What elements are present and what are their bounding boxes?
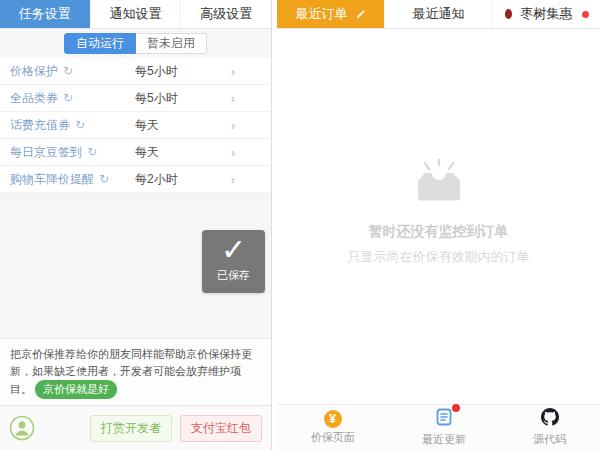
nav-price-protect-page[interactable]: ¥ 价保页面: [311, 410, 355, 445]
task-row-daily-signin[interactable]: 每日京豆签到 ↻ 每天 ›: [0, 139, 271, 166]
task-label: 购物车降价提醒: [10, 171, 94, 188]
task-row-cart-price-alert[interactable]: 购物车降价提醒 ↻ 每2小时 ›: [0, 166, 271, 193]
nav-source-code[interactable]: 源代码: [533, 408, 566, 447]
task-list: 价格保护 ↻ 每5小时 › 全品类券 ↻ 每5小时 › 话费充值券 ↻ 每: [0, 58, 271, 193]
empty-orders-state: 暂时还没有监控到订单 只显示尚在价保有效期内的订单: [277, 29, 600, 404]
orders-panel: 最近订单 最近通知 枣树集惠: [277, 0, 600, 450]
task-row-phone-coupon[interactable]: 话费充值券 ↻ 每天 ›: [0, 112, 271, 139]
chevron-right-icon: ›: [231, 145, 235, 160]
refresh-icon[interactable]: ↻: [63, 91, 73, 105]
nav-label: 最近更新: [422, 432, 466, 447]
refresh-icon[interactable]: ↻: [87, 145, 97, 159]
notification-dot: [582, 11, 589, 18]
orders-footer-nav: ¥ 价保页面 最近更新: [277, 404, 600, 450]
nav-label: 价保页面: [311, 430, 355, 445]
chevron-right-icon: ›: [231, 172, 235, 187]
user-avatar-icon[interactable]: [9, 415, 35, 441]
update-badge-dot: [452, 404, 460, 412]
tab-zaoshu-jihui-label: 枣树集惠: [521, 5, 573, 23]
settings-tabbar: 任务设置 通知设置 高级设置: [0, 0, 271, 29]
refresh-icon[interactable]: ↻: [75, 118, 85, 132]
tab-recent-notifications[interactable]: 最近通知: [384, 0, 492, 28]
chevron-right-icon: ›: [231, 64, 235, 79]
orders-tabbar: 最近订单 最近通知 枣树集惠: [277, 0, 600, 29]
auto-run-toggle-on[interactable]: 自动运行: [64, 33, 136, 54]
chevron-right-icon: ›: [231, 118, 235, 133]
alipay-red-packet-button[interactable]: 支付宝红包: [180, 415, 262, 442]
yuan-coin-icon: ¥: [324, 410, 342, 428]
tab-recent-orders-label: 最近订单: [296, 5, 348, 23]
tab-task-settings[interactable]: 任务设置: [0, 0, 90, 28]
tab-recent-orders[interactable]: 最近订单: [277, 0, 384, 28]
changelog-icon: [435, 408, 453, 430]
run-mode-toggle-row: 自动运行 暂未启用: [0, 29, 271, 58]
task-label: 全品类券: [10, 90, 58, 107]
run-mode-toggle: 自动运行 暂未启用: [64, 33, 207, 54]
nav-label: 源代码: [533, 432, 566, 447]
empty-state-subtitle: 只显示尚在价保有效期内的订单: [348, 248, 530, 266]
task-label: 每日京豆签到: [10, 144, 82, 161]
promo-badge-link[interactable]: 京价保就是好: [35, 380, 117, 399]
edit-pencil-icon: [356, 9, 366, 19]
task-frequency: 每天: [135, 144, 231, 161]
app-window: 任务设置 通知设置 高级设置 自动运行 暂未启用 价格保护 ↻ 每5小时 › 全…: [0, 0, 600, 450]
donate-developer-button[interactable]: 打赏开发者: [90, 415, 172, 442]
task-frequency: 每天: [135, 117, 231, 134]
nav-recent-updates[interactable]: 最近更新: [422, 408, 466, 447]
check-icon: ✓: [202, 230, 265, 270]
settings-panel: 任务设置 通知设置 高级设置 自动运行 暂未启用 价格保护 ↻ 每5小时 › 全…: [0, 0, 272, 450]
saved-toast: ✓ 已保存: [202, 230, 265, 293]
task-frequency: 每5小时: [135, 63, 231, 80]
task-label: 话费充值券: [10, 117, 70, 134]
task-label: 价格保护: [10, 63, 58, 80]
empty-state-title: 暂时还没有监控到订单: [369, 223, 509, 241]
auto-run-toggle-off[interactable]: 暂未启用: [136, 33, 207, 54]
empty-inbox-icon: [412, 159, 466, 209]
saved-toast-label: 已保存: [202, 268, 265, 283]
task-frequency: 每2小时: [135, 171, 231, 188]
task-frequency: 每5小时: [135, 90, 231, 107]
promo-text-block: 把京价保推荐给你的朋友同样能帮助京价保保持更新，如果缺乏使用者，开发者可能会放弃…: [0, 338, 271, 405]
tab-zaoshu-jihui[interactable]: 枣树集惠: [492, 0, 600, 28]
settings-footer: 打赏开发者 支付宝红包: [0, 405, 271, 450]
tab-advanced-settings[interactable]: 高级设置: [180, 0, 271, 28]
chevron-right-icon: ›: [231, 91, 235, 106]
task-row-all-coupons[interactable]: 全品类券 ↻ 每5小时 ›: [0, 85, 271, 112]
task-row-price-protection[interactable]: 价格保护 ↻ 每5小时 ›: [0, 58, 271, 85]
refresh-icon[interactable]: ↻: [63, 64, 73, 78]
tab-notification-settings[interactable]: 通知设置: [90, 0, 181, 28]
refresh-icon[interactable]: ↻: [99, 172, 109, 186]
jujube-icon: [505, 9, 512, 19]
github-icon: [541, 408, 559, 430]
